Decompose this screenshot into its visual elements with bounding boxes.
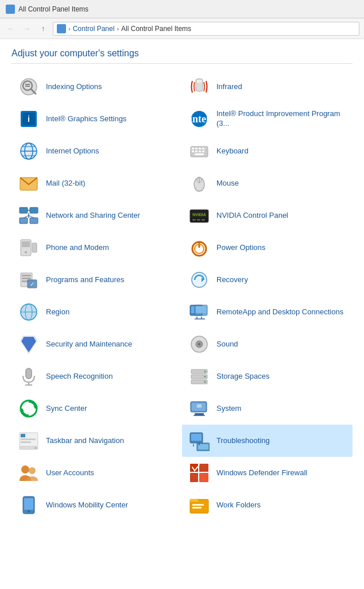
- svg-point-85: [204, 376, 206, 378]
- label-intel-product: Intel® Product Improvement Program (3...: [216, 109, 347, 129]
- label-indexing-options: Indexing Options: [46, 82, 102, 92]
- control-item-infrared[interactable]: Infrared: [182, 71, 353, 103]
- svg-rect-69: [196, 306, 206, 313]
- svg-point-101: [35, 447, 37, 449]
- control-item-region[interactable]: Region: [11, 296, 182, 328]
- label-workfolders: Work Folders: [216, 501, 261, 510]
- control-item-speech[interactable]: Speech Recognition: [11, 360, 182, 392]
- label-troubleshooting: Troubleshooting: [216, 436, 270, 446]
- label-programs: Programs and Features: [46, 275, 125, 285]
- icon-recovery: [188, 268, 211, 291]
- label-windefender: Windows Defender Firewall: [216, 468, 307, 478]
- control-item-windefender[interactable]: Windows Defender Firewall: [182, 457, 353, 489]
- svg-text:NVIDIA: NVIDIA: [192, 213, 206, 217]
- svg-rect-55: [22, 275, 31, 276]
- items-grid: Indexing Options Infrared i Intel® Graph…: [11, 71, 353, 521]
- svg-rect-45: [197, 219, 200, 221]
- title-bar-icon: [6, 5, 15, 14]
- svg-rect-27: [202, 151, 204, 152]
- icon-user-accounts: [17, 461, 40, 484]
- control-item-nvidia[interactable]: NVIDIA NVIDIA Control Panel: [182, 199, 353, 232]
- svg-point-86: [204, 381, 206, 383]
- icon-intel-graphics: i: [17, 107, 40, 130]
- svg-point-49: [25, 251, 27, 253]
- icon-sync: [17, 397, 40, 420]
- control-item-mouse[interactable]: Mouse: [182, 167, 353, 199]
- title-bar: All Control Panel Items: [0, 0, 364, 18]
- control-item-sound[interactable]: Sound: [182, 328, 353, 360]
- up-button[interactable]: ↑: [37, 22, 49, 35]
- label-winmobility: Windows Mobility Center: [46, 501, 128, 510]
- label-infrared: Infrared: [216, 82, 242, 92]
- icon-taskbar: [17, 429, 40, 452]
- icon-nvidia: NVIDIA: [188, 204, 211, 227]
- svg-rect-100: [21, 441, 31, 443]
- label-region: Region: [46, 307, 69, 317]
- svg-rect-44: [192, 219, 196, 221]
- svg-rect-23: [202, 148, 204, 149]
- svg-rect-56: [22, 278, 31, 279]
- control-item-storage[interactable]: Storage Spaces: [182, 360, 353, 392]
- svg-point-109: [29, 467, 36, 474]
- svg-point-116: [28, 510, 30, 513]
- svg-rect-103: [191, 434, 202, 441]
- svg-rect-78: [26, 368, 32, 379]
- svg-rect-35: [20, 218, 28, 224]
- label-speech: Speech Recognition: [46, 372, 113, 382]
- control-item-user-accounts[interactable]: User Accounts: [11, 457, 182, 489]
- svg-rect-94: [197, 406, 202, 407]
- control-item-troubleshooting[interactable]: Troubleshooting: [182, 425, 353, 457]
- svg-rect-21: [195, 148, 198, 149]
- title-bar-text: All Control Panel Items: [18, 5, 88, 13]
- icon-troubleshooting: [188, 429, 211, 452]
- control-item-mail[interactable]: Mail (32-bit): [11, 167, 182, 199]
- control-item-power[interactable]: Power Options: [182, 232, 353, 264]
- svg-marker-74: [22, 337, 36, 352]
- svg-rect-24: [192, 151, 194, 152]
- svg-rect-46: [202, 219, 205, 221]
- label-security: Security and Maintenance: [46, 340, 132, 349]
- icon-winmobility: [17, 494, 40, 517]
- label-mail: Mail (32-bit): [46, 179, 86, 188]
- breadcrumb-control-panel[interactable]: Control Panel: [73, 25, 115, 33]
- svg-rect-57: [22, 280, 28, 282]
- control-item-sync[interactable]: Sync Center: [11, 392, 182, 425]
- control-item-programs[interactable]: ✓ Programs and Features: [11, 264, 182, 296]
- control-item-workfolders[interactable]: Work Folders: [182, 489, 353, 521]
- svg-point-108: [21, 465, 29, 473]
- label-internet-options: Internet Options: [46, 147, 99, 156]
- control-item-internet-options[interactable]: Internet Options: [11, 135, 182, 167]
- back-button[interactable]: ←: [5, 22, 17, 35]
- icon-indexing-options: [17, 75, 40, 98]
- svg-rect-111: [199, 464, 208, 472]
- icon-phone-modem: [17, 236, 40, 259]
- control-item-recovery[interactable]: Recovery: [182, 264, 353, 296]
- svg-rect-22: [199, 148, 201, 149]
- label-taskbar: Taskbar and Navigation: [46, 436, 124, 446]
- svg-rect-118: [192, 504, 204, 506]
- label-nvidia: NVIDIA Control Panel: [216, 211, 288, 221]
- control-item-system[interactable]: System: [182, 392, 353, 425]
- control-item-intel-graphics[interactable]: i Intel® Graphics Settings: [11, 103, 182, 135]
- icon-remoteapp: [188, 301, 211, 324]
- icon-speech: [17, 365, 40, 388]
- label-system: System: [216, 404, 241, 414]
- svg-rect-98: [21, 434, 25, 437]
- svg-rect-48: [22, 241, 30, 247]
- forward-button[interactable]: →: [21, 22, 33, 35]
- label-power: Power Options: [216, 243, 265, 253]
- svg-rect-34: [30, 207, 38, 213]
- control-item-winmobility[interactable]: Windows Mobility Center: [11, 489, 182, 521]
- control-item-phone-modem[interactable]: Phone and Modem: [11, 232, 182, 264]
- svg-point-87: [21, 401, 37, 417]
- control-item-indexing-options[interactable]: Indexing Options: [11, 71, 182, 103]
- breadcrumb-current: All Control Panel Items: [121, 25, 191, 33]
- control-item-network[interactable]: Network and Sharing Center: [11, 199, 182, 232]
- label-intel-graphics: Intel® Graphics Settings: [46, 114, 126, 124]
- control-item-remoteapp[interactable]: RemoteApp and Desktop Connections: [182, 296, 353, 328]
- control-item-taskbar[interactable]: Taskbar and Navigation: [11, 425, 182, 457]
- control-item-security[interactable]: Security and Maintenance: [11, 328, 182, 360]
- svg-rect-112: [190, 473, 198, 482]
- control-item-intel-product[interactable]: intel Intel® Product Improvement Program…: [182, 103, 353, 135]
- control-item-keyboard[interactable]: Keyboard: [182, 135, 353, 167]
